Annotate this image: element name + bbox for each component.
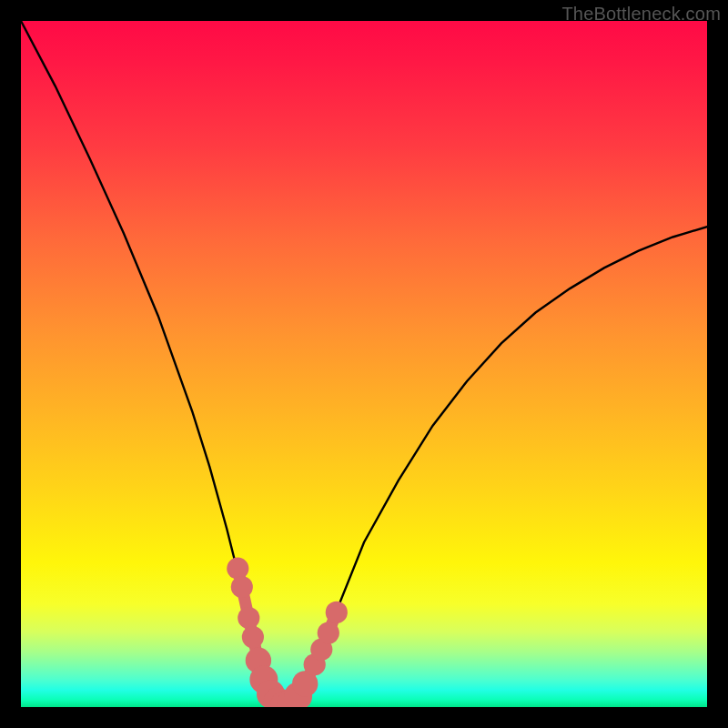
plot-area [21, 21, 707, 707]
curve-marker [227, 558, 248, 580]
curve-marker [231, 576, 253, 598]
chart-frame: TheBottleneck.com [0, 0, 728, 728]
curve-marker [238, 607, 259, 629]
curve-marker [326, 602, 348, 623]
bottleneck-curve-svg [21, 21, 707, 707]
curve-marker [318, 622, 339, 644]
watermark-label: TheBottleneck.com [561, 4, 721, 25]
bottleneck-curve [21, 21, 707, 706]
curve-marker [242, 626, 264, 648]
